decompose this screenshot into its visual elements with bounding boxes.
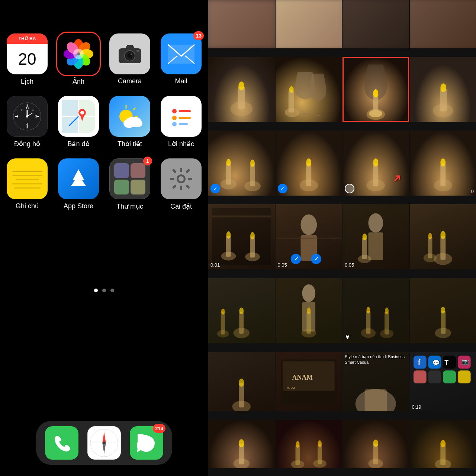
- photos-grid: ✓ ✓ ➔: [208, 0, 476, 476]
- photo-cell[interactable]: [208, 57, 275, 122]
- svg-point-107: [300, 215, 317, 235]
- svg-rect-129: [221, 312, 225, 335]
- svg-point-80: [373, 89, 378, 97]
- settings-icon: [161, 158, 202, 199]
- app-label-maps: Bản đồ: [67, 140, 89, 148]
- svg-text:✓: ✓: [294, 256, 298, 262]
- svg-point-168: [239, 439, 244, 447]
- photo-cell[interactable]: [410, 204, 476, 269]
- photo-cell[interactable]: [410, 278, 476, 343]
- photo-cell-screenshot[interactable]: ANAM HAM: [276, 352, 342, 411]
- app-item-clock[interactable]: 12 3 6 9 7 1 Đồng hồ: [7, 96, 48, 148]
- app-item-weather[interactable]: Thời tiết: [109, 96, 150, 148]
- app-label-folder: Thư mục: [116, 202, 143, 210]
- svg-point-95: [373, 158, 378, 167]
- svg-point-127: [239, 308, 244, 314]
- app-label-photos: Ảnh: [73, 77, 84, 86]
- photo-cell-selected[interactable]: [342, 57, 409, 122]
- photo-cell-video[interactable]: ✓ ✓ 0:05: [276, 204, 342, 269]
- photo-cell[interactable]: [276, 278, 342, 343]
- photo-cell[interactable]: [276, 57, 342, 122]
- photo-cell[interactable]: 0: [410, 131, 476, 196]
- clock-icon: 12 3 6 9 7 1: [7, 96, 48, 137]
- app-item-notes[interactable]: Ghi chú: [7, 158, 48, 210]
- photo-cell[interactable]: [276, 420, 342, 468]
- app-item-calendar[interactable]: THỨ BA 20 Lịch: [7, 33, 48, 86]
- svg-point-174: [318, 440, 322, 447]
- photos-icon: [58, 33, 99, 74]
- app-item-photos[interactable]: Ảnh: [58, 33, 99, 86]
- dot-3: [110, 289, 114, 292]
- photo-cell-video[interactable]: 0:05: [342, 204, 409, 269]
- app-grid: THỨ BA 20 Lịch: [0, 11, 213, 222]
- photo-cell[interactable]: [410, 420, 476, 468]
- svg-rect-126: [239, 312, 244, 334]
- svg-rect-61: [186, 169, 190, 174]
- mail-badge: 13: [193, 31, 204, 40]
- reminders-icon: [161, 96, 202, 137]
- dock-app-safari[interactable]: [87, 426, 121, 460]
- check-circle: ✓: [278, 184, 287, 193]
- app-item-mail[interactable]: 13 Mail: [161, 33, 202, 86]
- video-duration: 0:05: [345, 262, 354, 268]
- photo-cell[interactable]: [342, 420, 409, 468]
- app-label-settings: Cài đặt: [170, 202, 192, 210]
- svg-rect-62: [172, 184, 177, 189]
- svg-text:1: 1: [32, 109, 34, 111]
- dock-app-messages[interactable]: 214: [130, 426, 163, 460]
- dot-2: [102, 289, 106, 292]
- photo-cell-video[interactable]: 0:01: [208, 204, 275, 269]
- svg-point-124: [428, 233, 432, 240]
- app-label-reminders: Lời nhắc: [168, 140, 194, 148]
- photo-cell-video[interactable]: f 💬 T 📷 0:19: [410, 352, 476, 411]
- app-label-notes: Ghi chú: [16, 202, 39, 210]
- svg-point-48: [172, 109, 177, 113]
- svg-text:✓: ✓: [314, 256, 319, 262]
- svg-point-89: [250, 160, 255, 167]
- svg-point-83: [440, 83, 446, 92]
- svg-rect-134: [306, 312, 311, 334]
- folder-badge: 1: [143, 157, 152, 165]
- svg-rect-176: [373, 444, 378, 464]
- app-item-appstore[interactable]: App Store: [58, 158, 99, 210]
- photo-cell[interactable]: ✓: [208, 131, 275, 196]
- svg-rect-170: [295, 445, 300, 465]
- photo-cell[interactable]: [208, 0, 275, 48]
- photo-cell[interactable]: ✓: [276, 131, 342, 196]
- video-duration: 0:01: [210, 262, 220, 268]
- app-item-folder[interactable]: 1 Thư mục: [109, 158, 150, 210]
- svg-point-103: [226, 232, 231, 239]
- photo-cell[interactable]: [276, 0, 342, 48]
- appstore-icon: [58, 158, 99, 199]
- svg-text:f: f: [418, 358, 420, 366]
- photo-cell[interactable]: [410, 0, 476, 48]
- svg-text:7: 7: [20, 109, 22, 111]
- app-item-camera[interactable]: Camera: [109, 33, 150, 86]
- svg-rect-60: [172, 169, 177, 174]
- photo-cell[interactable]: ♥: [342, 278, 409, 343]
- photo-cell-screenshot[interactable]: Style mà bạn nên tìm lị Business Smart C…: [342, 352, 409, 411]
- svg-point-50: [172, 116, 177, 120]
- svg-point-118: [363, 234, 367, 240]
- photo-cell[interactable]: [208, 420, 275, 468]
- svg-point-31: [26, 115, 28, 118]
- photo-cell[interactable]: [208, 352, 275, 411]
- svg-text:ANAM: ANAM: [292, 374, 313, 381]
- dock-app-phone[interactable]: [45, 426, 78, 460]
- dot-1: [94, 289, 98, 292]
- svg-rect-57: [180, 186, 182, 190]
- svg-rect-85: [226, 163, 231, 185]
- video-duration: 0:05: [278, 262, 287, 268]
- app-item-maps[interactable]: Bản đồ: [58, 96, 99, 148]
- svg-text:T: T: [444, 359, 448, 366]
- photo-cell[interactable]: [410, 57, 476, 122]
- photo-cell[interactable]: [208, 278, 275, 343]
- app-item-reminders[interactable]: Lời nhắc: [161, 96, 202, 148]
- photo-cell[interactable]: ➔: [342, 131, 409, 196]
- svg-rect-159: [428, 370, 441, 383]
- svg-point-144: [441, 307, 445, 313]
- photo-cell[interactable]: [342, 0, 409, 48]
- app-item-settings[interactable]: Cài đặt: [161, 158, 202, 210]
- messages-badge: 214: [153, 424, 165, 433]
- svg-point-147: [239, 379, 244, 387]
